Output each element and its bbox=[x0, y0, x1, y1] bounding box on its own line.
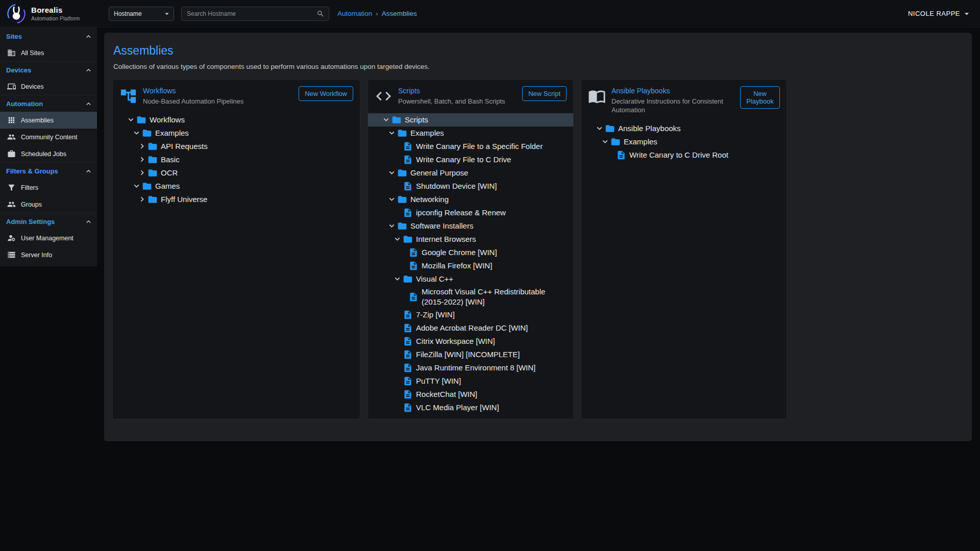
chevron-right-icon[interactable] bbox=[137, 141, 148, 151]
tree-item-label: RocketChat [WIN] bbox=[416, 388, 482, 400]
sidebar-item-label: User Management bbox=[21, 235, 74, 242]
card-titles: ScriptsPowershell, Batch, and Bash Scrip… bbox=[398, 86, 517, 106]
tree-item-label: Examples bbox=[155, 127, 194, 139]
sidebar-section-header-sites[interactable]: Sites bbox=[0, 28, 97, 44]
tree-item-networking[interactable]: Networking bbox=[368, 193, 573, 206]
sidebar-section-header-automation[interactable]: Automation bbox=[0, 95, 97, 112]
tree-item-shutdown-device-win[interactable]: Shutdown Device [WIN] bbox=[368, 180, 573, 193]
tree-item-java-runtime-environment-8-win[interactable]: Java Runtime Environment 8 [WIN] bbox=[368, 361, 573, 374]
tree-item-examples[interactable]: Examples bbox=[368, 127, 573, 140]
folder-icon bbox=[403, 234, 413, 244]
hostname-select-value: Hostname bbox=[114, 10, 142, 17]
tree-item-vlc-media-player-win[interactable]: VLC Media Player [WIN] bbox=[368, 401, 573, 414]
tree-item-7-zip-win[interactable]: 7-Zip [WIN] bbox=[368, 308, 573, 321]
expand-more-icon[interactable] bbox=[387, 194, 397, 204]
tree-item-examples[interactable]: Examples bbox=[581, 135, 787, 148]
sidebar-item-all-sites[interactable]: All Sites bbox=[0, 44, 97, 61]
tree-item-write-canary-file-to-a-specific-folder[interactable]: Write Canary File to a Specific Folder bbox=[368, 140, 573, 153]
sidebar-item-filters[interactable]: Filters bbox=[0, 179, 97, 196]
tree-item-games[interactable]: Games bbox=[113, 180, 360, 193]
expand-more-icon[interactable] bbox=[387, 221, 397, 231]
sidebar-item-devices[interactable]: Devices bbox=[0, 78, 97, 95]
sidebar-item-community-content[interactable]: Community Content bbox=[0, 129, 97, 145]
sidebar-item-server-info[interactable]: Server Info bbox=[0, 246, 97, 263]
tree-item-examples[interactable]: Examples bbox=[113, 127, 360, 140]
file-icon bbox=[403, 141, 413, 152]
breadcrumb-link-assemblies[interactable]: Assemblies bbox=[382, 10, 417, 17]
tree-item-label: Workflows bbox=[150, 114, 190, 126]
tree-item-ocr[interactable]: OCR bbox=[113, 166, 360, 180]
sidebar-item-assemblies[interactable]: Assemblies bbox=[0, 112, 97, 129]
sidebar-item-scheduled-jobs[interactable]: Scheduled Jobs bbox=[0, 145, 97, 162]
card-titles: Ansible PlaybooksDeclarative Instruction… bbox=[611, 86, 734, 115]
expand-more-icon[interactable] bbox=[126, 115, 136, 124]
sidebar-item-groups[interactable]: Groups bbox=[0, 196, 97, 213]
chevron-right-icon[interactable] bbox=[137, 194, 148, 204]
expand-more-icon[interactable] bbox=[393, 274, 403, 284]
tree-item-rocketchat-win[interactable]: RocketChat [WIN] bbox=[368, 388, 573, 401]
expand-more-icon[interactable] bbox=[595, 123, 605, 133]
assemblies-panel: Assemblies Collections of various types … bbox=[104, 33, 972, 441]
tree-item-ipconfig-release-renew[interactable]: ipconfig Release & Renew bbox=[368, 206, 573, 219]
tree-item-adobe-acrobat-reader-dc-win[interactable]: Adobe Acrobat Reader DC [WIN] bbox=[368, 321, 573, 335]
tree-item-microsoft-visual-c-redistributable-2015-2022-win[interactable]: Microsoft Visual C++ Redistributable (20… bbox=[368, 286, 573, 309]
sidebar-item-label: Server Info bbox=[21, 252, 52, 259]
sidebar-item-label: Devices bbox=[21, 83, 43, 90]
expand-more-icon[interactable] bbox=[387, 128, 397, 138]
tree-item-visual-c[interactable]: Visual C++ bbox=[368, 272, 573, 286]
card-title: Scripts bbox=[398, 87, 517, 95]
community-content-icon bbox=[7, 133, 16, 141]
tree-item-label: 7-Zip [WIN] bbox=[416, 309, 460, 321]
tree-item-basic[interactable]: Basic bbox=[113, 153, 360, 166]
tree-item-software-installers[interactable]: Software Installers bbox=[368, 219, 573, 233]
tree-item-scripts[interactable]: Scripts bbox=[368, 113, 573, 127]
expand-more-icon[interactable] bbox=[132, 128, 142, 138]
folder-icon bbox=[142, 181, 152, 191]
tree-item-label: Internet Browsers bbox=[416, 233, 481, 245]
tree-item-label: Software Installers bbox=[410, 220, 478, 232]
expand-more-icon[interactable] bbox=[381, 115, 391, 124]
breadcrumb-link-automation[interactable]: Automation bbox=[337, 10, 372, 17]
sidebar-section-label: Automation bbox=[6, 100, 43, 108]
tree-item-ansible-playbooks[interactable]: Ansible Playbooks bbox=[581, 122, 787, 135]
tree-item-label: Games bbox=[155, 180, 185, 192]
tree-item-internet-browsers[interactable]: Internet Browsers bbox=[368, 233, 573, 246]
user-menu[interactable]: NICOLE RAPPE bbox=[908, 9, 972, 19]
file-icon bbox=[403, 349, 413, 360]
folder-icon bbox=[136, 115, 146, 125]
sidebar-section-header-filters-groups[interactable]: Filters & Groups bbox=[0, 163, 97, 179]
tree-item-label: Shutdown Device [WIN] bbox=[416, 180, 502, 192]
tree-item-flyff-universe[interactable]: Flyff Universe bbox=[113, 193, 360, 206]
new-workflow-button[interactable]: New Workflow bbox=[299, 86, 353, 101]
tree-item-workflows[interactable]: Workflows bbox=[113, 113, 360, 127]
new-script-button[interactable]: New Script bbox=[522, 86, 567, 101]
tree-item-putty-win[interactable]: PuTTY [WIN] bbox=[368, 374, 573, 388]
card-titles: WorkflowsNode-Based Automation Pipelines bbox=[143, 86, 293, 106]
tree-item-write-canary-file-to-c-drive[interactable]: Write Canary File to C Drive bbox=[368, 153, 573, 166]
expand-more-icon[interactable] bbox=[393, 234, 403, 244]
file-icon bbox=[403, 336, 413, 346]
expand-more-icon[interactable] bbox=[132, 181, 142, 191]
tree-item-write-canary-to-c-drive-root[interactable]: Write Canary to C Drive Root bbox=[581, 148, 787, 162]
search-input[interactable] bbox=[186, 10, 316, 18]
tree-item-filezilla-win-incomplete[interactable]: FileZilla [WIN] [INCOMPLETE] bbox=[368, 348, 573, 361]
tree-item-mozilla-firefox-win[interactable]: Mozilla Firefox [WIN] bbox=[368, 259, 573, 272]
sidebar-item-user-management[interactable]: User Management bbox=[0, 230, 97, 246]
sidebar-item-label: All Sites bbox=[21, 49, 44, 57]
expand-more-icon[interactable] bbox=[387, 168, 397, 178]
tree-item-google-chrome-win[interactable]: Google Chrome [WIN] bbox=[368, 246, 573, 259]
expand-more-icon[interactable] bbox=[600, 137, 610, 146]
tree-item-citrix-workspace-win[interactable]: Citrix Workspace [WIN] bbox=[368, 335, 573, 348]
new-playbook-button[interactable]: New Playbook bbox=[740, 86, 780, 109]
file-icon bbox=[403, 155, 413, 165]
tree-item-label: Scripts bbox=[405, 114, 433, 126]
chevron-right-icon[interactable] bbox=[137, 168, 148, 178]
sidebar-section-header-devices[interactable]: Devices bbox=[0, 62, 97, 78]
tree-item-api-requests[interactable]: API Requests bbox=[113, 140, 360, 153]
tree-item-label: Examples bbox=[624, 136, 663, 148]
chevron-right-icon[interactable] bbox=[137, 155, 148, 164]
hostname-select[interactable]: Hostname bbox=[109, 7, 174, 21]
sidebar-section-header-admin-settings[interactable]: Admin Settings bbox=[0, 213, 97, 230]
tree-item-general-purpose[interactable]: General Purpose bbox=[368, 166, 573, 180]
sidebar-section-label: Filters & Groups bbox=[6, 167, 58, 175]
